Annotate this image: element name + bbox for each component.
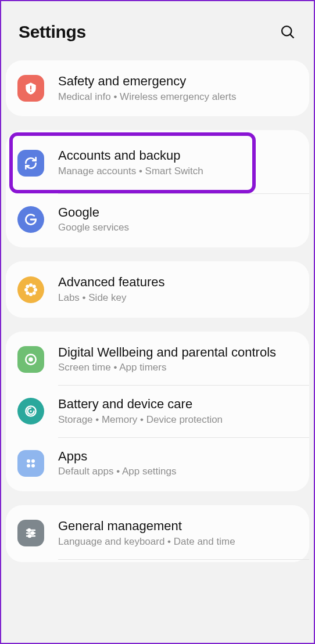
row-sub: Screen time • App timers <box>58 361 298 375</box>
row-safety-emergency[interactable]: Safety and emergency Medical info • Wire… <box>6 63 309 114</box>
svg-point-20 <box>31 459 35 463</box>
svg-point-0 <box>282 26 291 35</box>
svg-point-14 <box>29 287 33 291</box>
settings-group: Safety and emergency Medical info • Wire… <box>6 60 309 116</box>
search-button[interactable] <box>278 22 298 42</box>
row-sub: Storage • Memory • Device protection <box>58 413 298 427</box>
row-digital-wellbeing[interactable]: Digital Wellbeing and parental controls … <box>6 334 309 385</box>
settings-group: Digital Wellbeing and parental controls … <box>6 332 309 491</box>
search-icon <box>280 24 296 40</box>
row-google[interactable]: Google Google services <box>6 194 309 245</box>
svg-rect-2 <box>30 86 31 90</box>
row-battery-device-care[interactable]: Battery and device care Storage • Memory… <box>6 386 309 437</box>
row-body: Advanced features Labs • Side key <box>58 274 298 304</box>
apps-icon <box>17 450 44 477</box>
svg-point-24 <box>28 529 30 531</box>
svg-point-19 <box>27 459 30 463</box>
row-body: Digital Wellbeing and parental controls … <box>58 344 298 375</box>
settings-group: Accounts and backup Manage accounts • Sm… <box>6 130 309 247</box>
row-body: Apps Default apps • App settings <box>58 448 298 478</box>
svg-point-6 <box>29 283 33 287</box>
settings-group: Advanced features Labs • Side key <box>6 261 309 317</box>
row-title: Google <box>58 204 298 221</box>
row-advanced-features[interactable]: Advanced features Labs • Side key <box>6 264 309 315</box>
svg-point-22 <box>31 464 35 467</box>
svg-point-12 <box>26 291 29 294</box>
row-general-management[interactable]: General management Language and keyboard… <box>6 508 309 559</box>
row-title: Safety and emergency <box>58 73 298 89</box>
row-title: Apps <box>58 448 298 465</box>
svg-point-13 <box>33 291 36 294</box>
svg-point-21 <box>27 464 30 467</box>
svg-point-9 <box>34 288 37 292</box>
row-body: General management Language and keyboard… <box>58 518 298 548</box>
svg-rect-3 <box>30 91 31 92</box>
row-apps[interactable]: Apps Default apps • App settings <box>6 438 309 489</box>
row-body: Google Google services <box>58 204 298 235</box>
row-sub: Manage accounts • Smart Switch <box>58 165 298 178</box>
row-title: Accounts and backup <box>58 147 298 164</box>
svg-point-18 <box>30 411 31 412</box>
row-title: General management <box>58 518 298 534</box>
wellbeing-icon <box>17 346 44 373</box>
svg-point-28 <box>28 535 31 537</box>
row-sub: Labs • Side key <box>58 292 298 305</box>
row-body: Battery and device care Storage • Memory… <box>58 396 298 426</box>
svg-line-1 <box>290 34 293 38</box>
row-body: Safety and emergency Medical info • Wire… <box>58 73 298 103</box>
row-title: Advanced features <box>58 274 298 290</box>
row-sub: Language and keyboard • Date and time <box>58 535 298 549</box>
row-body: Accounts and backup Manage accounts • Sm… <box>58 147 298 178</box>
svg-point-7 <box>29 293 33 296</box>
svg-point-10 <box>26 285 29 288</box>
emergency-icon <box>17 75 44 102</box>
row-sub: Default apps • App settings <box>58 465 298 478</box>
svg-point-8 <box>24 288 28 292</box>
device-care-icon <box>17 398 44 424</box>
row-title: Battery and device care <box>58 396 298 412</box>
google-icon <box>17 206 44 233</box>
row-title: Digital Wellbeing and parental controls <box>58 344 298 361</box>
gear-flower-icon <box>17 276 44 303</box>
row-sub: Medical info • Wireless emergency alerts <box>58 91 298 104</box>
settings-group: General management Language and keyboard… <box>6 505 309 562</box>
row-sub: Google services <box>58 221 298 235</box>
settings-screen: Settings Safety and emergency Med <box>1 1 314 643</box>
page-title: Settings <box>19 22 86 42</box>
svg-point-16 <box>28 357 33 362</box>
header: Settings <box>6 6 309 60</box>
svg-point-26 <box>31 532 34 534</box>
sync-icon <box>17 150 44 177</box>
divider <box>58 559 309 560</box>
row-accounts-backup[interactable]: Accounts and backup Manage accounts • Sm… <box>6 132 309 193</box>
sliders-icon <box>17 520 44 546</box>
svg-point-11 <box>33 285 36 288</box>
